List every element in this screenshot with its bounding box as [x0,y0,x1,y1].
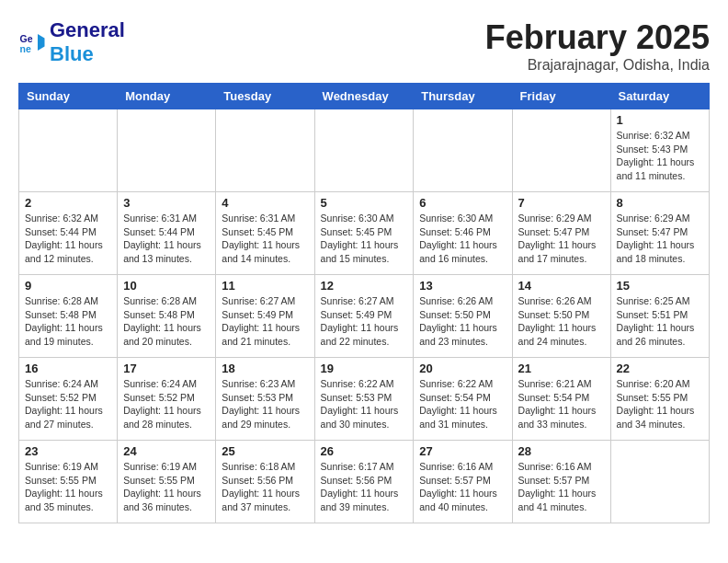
weekday-header: Tuesday [216,84,314,109]
day-number: 3 [123,196,210,210]
day-number: 22 [617,362,703,375]
day-number: 20 [419,362,506,375]
day-number: 28 [518,444,605,458]
calendar-cell: 14Sunrise: 6:26 AM Sunset: 5:50 PM Dayli… [512,275,610,358]
logo-general-text: General [50,18,125,41]
day-info: Sunrise: 6:26 AM Sunset: 5:50 PM Dayligh… [419,294,506,349]
day-info: Sunrise: 6:20 AM Sunset: 5:55 PM Dayligh… [617,377,703,431]
calendar-cell: 24Sunrise: 6:19 AM Sunset: 5:55 PM Dayli… [118,441,216,523]
day-number: 17 [123,362,210,375]
day-info: Sunrise: 6:16 AM Sunset: 5:57 PM Dayligh… [518,460,605,514]
day-number: 12 [321,279,408,293]
day-info: Sunrise: 6:32 AM Sunset: 5:44 PM Dayligh… [25,212,111,266]
calendar-cell: 22Sunrise: 6:20 AM Sunset: 5:55 PM Dayli… [610,358,709,441]
day-number: 4 [222,196,308,210]
day-number: 16 [25,362,111,375]
calendar-cell: 21Sunrise: 6:21 AM Sunset: 5:54 PM Dayli… [512,358,610,441]
calendar-cell [314,109,414,192]
calendar-cell [610,441,709,523]
logo: Ge ne General Blue [18,18,125,66]
day-number: 18 [222,362,308,375]
calendar-cell: 10Sunrise: 6:28 AM Sunset: 5:48 PM Dayli… [118,275,216,358]
week-row-1: 1Sunrise: 6:32 AM Sunset: 5:43 PM Daylig… [19,109,710,192]
weekday-header: Monday [118,84,216,109]
calendar-cell: 1Sunrise: 6:32 AM Sunset: 5:43 PM Daylig… [610,109,709,192]
calendar-cell: 11Sunrise: 6:27 AM Sunset: 5:49 PM Dayli… [216,275,314,358]
weekday-header: Friday [512,84,610,109]
calendar-cell [512,109,610,192]
day-info: Sunrise: 6:22 AM Sunset: 5:53 PM Dayligh… [321,377,408,431]
day-info: Sunrise: 6:30 AM Sunset: 5:46 PM Dayligh… [419,212,506,266]
day-info: Sunrise: 6:21 AM Sunset: 5:54 PM Dayligh… [518,377,605,431]
calendar-cell: 16Sunrise: 6:24 AM Sunset: 5:52 PM Dayli… [19,358,118,441]
day-number: 1 [617,113,703,127]
day-number: 7 [518,196,605,210]
day-info: Sunrise: 6:25 AM Sunset: 5:51 PM Dayligh… [617,294,703,349]
calendar-cell [19,109,118,192]
day-info: Sunrise: 6:17 AM Sunset: 5:56 PM Dayligh… [321,460,408,514]
day-number: 11 [222,279,308,293]
logo-blue-text: Blue [50,42,94,65]
week-row-5: 23Sunrise: 6:19 AM Sunset: 5:55 PM Dayli… [19,441,710,523]
svg-text:ne: ne [20,43,31,54]
calendar-title: February 2025 [485,18,710,57]
day-number: 8 [617,196,703,210]
logo-icon: Ge ne [18,29,46,56]
day-info: Sunrise: 6:28 AM Sunset: 5:48 PM Dayligh… [25,294,111,349]
calendar-table: SundayMondayTuesdayWednesdayThursdayFrid… [18,83,710,523]
day-info: Sunrise: 6:29 AM Sunset: 5:47 PM Dayligh… [617,212,703,266]
calendar-cell: 26Sunrise: 6:17 AM Sunset: 5:56 PM Dayli… [314,441,414,523]
day-info: Sunrise: 6:19 AM Sunset: 5:55 PM Dayligh… [25,460,111,514]
weekday-header-row: SundayMondayTuesdayWednesdayThursdayFrid… [19,84,710,109]
day-number: 5 [321,196,408,210]
calendar-cell: 13Sunrise: 6:26 AM Sunset: 5:50 PM Dayli… [414,275,512,358]
title-block: February 2025 Brajarajnagar, Odisha, Ind… [485,18,710,74]
day-number: 26 [321,444,408,458]
day-info: Sunrise: 6:28 AM Sunset: 5:48 PM Dayligh… [123,294,210,349]
day-number: 2 [25,196,111,210]
calendar-cell: 19Sunrise: 6:22 AM Sunset: 5:53 PM Dayli… [314,358,414,441]
day-number: 13 [419,279,506,293]
day-number: 23 [25,444,111,458]
week-row-2: 2Sunrise: 6:32 AM Sunset: 5:44 PM Daylig… [19,192,710,275]
calendar-cell: 17Sunrise: 6:24 AM Sunset: 5:52 PM Dayli… [118,358,216,441]
day-number: 6 [419,196,506,210]
weekday-header: Sunday [19,84,118,109]
day-number: 27 [419,444,506,458]
day-info: Sunrise: 6:19 AM Sunset: 5:55 PM Dayligh… [123,460,210,514]
calendar-cell [216,109,314,192]
day-info: Sunrise: 6:24 AM Sunset: 5:52 PM Dayligh… [25,377,111,431]
calendar-cell: 7Sunrise: 6:29 AM Sunset: 5:47 PM Daylig… [512,192,610,275]
day-info: Sunrise: 6:24 AM Sunset: 5:52 PM Dayligh… [123,377,210,431]
day-info: Sunrise: 6:16 AM Sunset: 5:57 PM Dayligh… [419,460,506,514]
calendar-cell: 3Sunrise: 6:31 AM Sunset: 5:44 PM Daylig… [118,192,216,275]
calendar-cell: 28Sunrise: 6:16 AM Sunset: 5:57 PM Dayli… [512,441,610,523]
calendar-cell: 2Sunrise: 6:32 AM Sunset: 5:44 PM Daylig… [19,192,118,275]
calendar-cell: 4Sunrise: 6:31 AM Sunset: 5:45 PM Daylig… [216,192,314,275]
day-info: Sunrise: 6:18 AM Sunset: 5:56 PM Dayligh… [222,460,308,514]
calendar-subtitle: Brajarajnagar, Odisha, India [485,57,710,74]
day-number: 14 [518,279,605,293]
week-row-4: 16Sunrise: 6:24 AM Sunset: 5:52 PM Dayli… [19,358,710,441]
weekday-header: Wednesday [314,84,414,109]
calendar-cell: 25Sunrise: 6:18 AM Sunset: 5:56 PM Dayli… [216,441,314,523]
day-info: Sunrise: 6:32 AM Sunset: 5:43 PM Dayligh… [617,129,703,183]
calendar-cell: 18Sunrise: 6:23 AM Sunset: 5:53 PM Dayli… [216,358,314,441]
week-row-3: 9Sunrise: 6:28 AM Sunset: 5:48 PM Daylig… [19,275,710,358]
calendar-cell [118,109,216,192]
calendar-cell: 23Sunrise: 6:19 AM Sunset: 5:55 PM Dayli… [19,441,118,523]
day-info: Sunrise: 6:27 AM Sunset: 5:49 PM Dayligh… [321,294,408,349]
weekday-header: Saturday [610,84,709,109]
day-info: Sunrise: 6:30 AM Sunset: 5:45 PM Dayligh… [321,212,408,266]
day-info: Sunrise: 6:31 AM Sunset: 5:44 PM Dayligh… [123,212,210,266]
day-info: Sunrise: 6:22 AM Sunset: 5:54 PM Dayligh… [419,377,506,431]
calendar-cell [414,109,512,192]
day-info: Sunrise: 6:26 AM Sunset: 5:50 PM Dayligh… [518,294,605,349]
calendar-cell: 9Sunrise: 6:28 AM Sunset: 5:48 PM Daylig… [19,275,118,358]
day-number: 21 [518,362,605,375]
day-info: Sunrise: 6:23 AM Sunset: 5:53 PM Dayligh… [222,377,308,431]
page-header: Ge ne General Blue February 2025 Brajara… [18,18,710,74]
day-info: Sunrise: 6:27 AM Sunset: 5:49 PM Dayligh… [222,294,308,349]
calendar-cell: 5Sunrise: 6:30 AM Sunset: 5:45 PM Daylig… [314,192,414,275]
calendar-cell: 8Sunrise: 6:29 AM Sunset: 5:47 PM Daylig… [610,192,709,275]
